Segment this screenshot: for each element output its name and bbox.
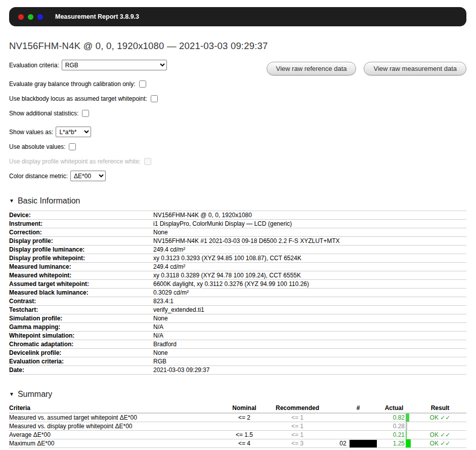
- delta-e-bar: [406, 422, 407, 430]
- view-raw-measurement-data-button[interactable]: View raw measurement data: [364, 62, 466, 75]
- table-row: Simulation profile: None: [9, 314, 466, 323]
- table-row: Chromatic adaptation: Bradford: [9, 340, 466, 349]
- report-page: Measurement Report 3.8.9.3 NV156FHM-N4K …: [0, 0, 476, 450]
- result-cell: OK ✓✓: [414, 413, 466, 422]
- info-label: Testchart:: [9, 306, 153, 314]
- show-values-label: Show values as:: [9, 129, 53, 136]
- table-row: Maximum ΔE*00 <= 4 <= 3 02 1.25 OK ✓✓: [9, 439, 466, 448]
- nominal-cell: [227, 422, 262, 431]
- table-row: Evaluation criteria: RGB: [9, 357, 466, 366]
- info-value: xy 0.3118 0.3289 (XYZ 94.78 100 109.24),…: [153, 271, 466, 280]
- number-cell: 02: [333, 439, 383, 448]
- table-row: Display profile whitepoint: xy 0.3123 0.…: [9, 254, 466, 263]
- number-cell: [333, 422, 383, 431]
- blackbody-locus-checkbox[interactable]: [151, 95, 158, 102]
- table-row: Whitepoint simulation: N/A: [9, 332, 466, 340]
- info-label: Measured whitepoint:: [9, 271, 153, 280]
- table-row: Date: 2021-03-03 09:29:37: [9, 366, 466, 375]
- number-cell: [333, 431, 383, 439]
- recommended-cell: <= 3: [262, 439, 333, 448]
- window-title: Measurement Report 3.8.9.3: [55, 13, 139, 20]
- table-row: Measured black luminance: 0.3029 cd/m²: [9, 289, 466, 297]
- table-row: Correction: None: [9, 228, 466, 237]
- color-distance-select[interactable]: ΔE*00: [70, 171, 106, 181]
- result-cell: [414, 422, 466, 431]
- color-distance-row: Color distance metric: ΔE*00: [9, 171, 466, 181]
- info-value: N/A: [153, 323, 466, 332]
- delta-e-bar: [406, 439, 411, 447]
- bar-column-header: [405, 404, 414, 413]
- additional-statistics-checkbox[interactable]: [82, 110, 89, 117]
- raw-data-buttons: View raw reference data View raw measure…: [267, 62, 466, 75]
- number-column-header: #: [333, 404, 383, 413]
- bar-cell: [405, 431, 414, 439]
- collapse-triangle-icon: ▼: [9, 391, 14, 397]
- bar-cell: [405, 413, 414, 422]
- bar-cell: [405, 422, 414, 431]
- info-label: Contrast:: [9, 297, 153, 306]
- patch-color-swatch: [350, 440, 377, 447]
- info-label: Date:: [9, 366, 153, 375]
- additional-statistics-label: Show additional statistics:: [9, 110, 78, 117]
- info-value: verify_extended.ti1: [153, 306, 466, 314]
- gray-balance-checkbox[interactable]: [139, 80, 146, 88]
- delta-e-bar: [406, 414, 409, 422]
- info-label: Assumed target whitepoint:: [9, 280, 153, 289]
- page-title: NV156FHM-N4K @ 0, 0, 1920x1080 — 2021-03…: [9, 40, 466, 52]
- recommended-cell: <= 1: [262, 431, 333, 439]
- collapse-triangle-icon: ▼: [9, 198, 14, 203]
- basic-information-header[interactable]: ▼Basic Information: [9, 196, 466, 206]
- info-label: Instrument:: [9, 220, 153, 228]
- info-value: None: [153, 314, 466, 323]
- info-value: Bradford: [153, 340, 466, 349]
- info-value: NV156FHM-N4K @ 0, 0, 1920x1080: [153, 211, 466, 220]
- criteria-column-header: Criteria: [9, 404, 227, 413]
- summary-header-row: Criteria Nominal Recommended # Actual Re…: [9, 404, 466, 413]
- nominal-cell: <= 1.5: [227, 431, 262, 439]
- view-raw-reference-data-button[interactable]: View raw reference data: [267, 62, 357, 75]
- summary-title: Summary: [18, 390, 52, 398]
- info-value: 823.4:1: [153, 297, 466, 306]
- summary-table: Criteria Nominal Recommended # Actual Re…: [9, 404, 466, 448]
- info-value: 249.4 cd/m²: [153, 263, 466, 271]
- basic-information-title: Basic Information: [18, 196, 80, 205]
- absolute-values-checkbox[interactable]: [69, 143, 76, 150]
- table-row: Measured vs. assumed target whitepoint Δ…: [9, 413, 466, 422]
- info-label: Measured black luminance:: [9, 289, 153, 297]
- info-value: N/A: [153, 332, 466, 340]
- table-row: Measured vs. display profile whitepoint …: [9, 422, 466, 431]
- display-profile-whitepoint-checkbox: [144, 158, 151, 165]
- basic-information-table: Device: NV156FHM-N4K @ 0, 0, 1920x1080 I…: [9, 211, 466, 375]
- green-dot-icon: [28, 14, 33, 20]
- recommended-cell: <= 1: [262, 422, 333, 431]
- info-label: Device:: [9, 211, 153, 220]
- absolute-values-row: Use absolute values:: [9, 141, 466, 152]
- info-value: RGB: [153, 357, 466, 366]
- controls-area: View raw reference data View raw measure…: [9, 60, 466, 181]
- result-cell: OK ✓✓: [414, 439, 466, 448]
- info-value: None: [153, 228, 466, 237]
- evaluation-criteria-select[interactable]: RGB: [62, 60, 167, 70]
- info-value: i1 DisplayPro, ColorMunki Display — LCD …: [153, 220, 466, 228]
- number-cell: [333, 413, 383, 422]
- table-row: Display profile: NV156FHM-N4K #1 2021-03…: [9, 237, 466, 246]
- table-row: Measured whitepoint: xy 0.3118 0.3289 (X…: [9, 271, 466, 280]
- info-label: Whitepoint simulation:: [9, 332, 153, 340]
- actual-cell: 0.21: [383, 431, 405, 439]
- info-label: Display profile whitepoint:: [9, 254, 153, 263]
- show-values-row: Show values as: L*a*b*: [9, 127, 466, 137]
- info-value: 2021-03-03 09:29:37: [153, 366, 466, 375]
- info-label: Measured luminance:: [9, 263, 153, 271]
- summary-header[interactable]: ▼Summary: [9, 390, 466, 399]
- delta-e-bar: [406, 431, 407, 439]
- show-values-select[interactable]: L*a*b*: [56, 127, 91, 137]
- table-row: Contrast: 823.4:1: [9, 297, 466, 306]
- table-row: Device: NV156FHM-N4K @ 0, 0, 1920x1080: [9, 211, 466, 220]
- info-value: 249.4 cd/m²: [153, 246, 466, 254]
- blackbody-locus-row: Use blackbody locus as assumed target wh…: [9, 93, 466, 104]
- nominal-cell: <= 4: [227, 439, 262, 448]
- table-row: Assumed target whitepoint: 6600K dayligh…: [9, 280, 466, 289]
- info-label: Display profile luminance:: [9, 246, 153, 254]
- result-column-header: Result: [414, 404, 466, 413]
- display-profile-whitepoint-row: Use display profile whitepoint as refere…: [9, 156, 466, 167]
